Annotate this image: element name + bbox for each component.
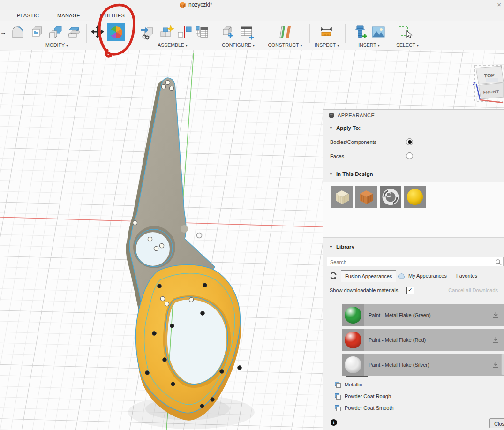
green-sphere-thumb (345, 307, 361, 324)
apply-to-header[interactable]: ▼ Apply To: (329, 125, 361, 131)
viewcube-top-face[interactable]: TOP (484, 72, 495, 78)
edge-node (181, 225, 188, 233)
insert-derive-button[interactable] (139, 23, 157, 41)
material-row[interactable]: Paint - Metal Flake (Silver) (342, 354, 504, 376)
appearance-button[interactable] (107, 23, 125, 41)
close-icon[interactable]: × (497, 1, 501, 8)
toolbar-separator (86, 24, 87, 43)
radio-faces[interactable] (406, 152, 413, 159)
panel-collapse-icon[interactable]: − (329, 113, 334, 118)
show-downloadable-checkbox[interactable]: ✓ (406, 287, 414, 294)
viewcube-x-edge (480, 100, 503, 103)
category-metallic[interactable]: Metallic (335, 379, 362, 390)
toolbar-separator (215, 24, 215, 43)
fusion-app-window: nozyczki* × PLASTIC MANAGE UTILITIES → M… (0, 0, 504, 430)
material-thumbnail (342, 329, 364, 351)
move-copy-button[interactable] (89, 23, 107, 41)
collapse-triangle-icon: ▼ (329, 245, 333, 249)
search-input[interactable] (329, 258, 495, 266)
group-configure[interactable]: CONFIGURE▾ (222, 42, 255, 48)
group-construct[interactable]: CONSTRUCT▾ (268, 42, 302, 48)
in-this-design-swatches (323, 182, 504, 237)
toolbar-overflow-arrow-icon[interactable]: → (0, 29, 6, 36)
appearance-category-icon (335, 382, 341, 388)
tab-favorites[interactable]: Favorites (452, 270, 481, 281)
close-button[interactable]: Close (489, 418, 504, 428)
combine-button[interactable] (47, 23, 65, 41)
construct-plane-button[interactable] (277, 23, 294, 41)
section-divider (323, 166, 504, 166)
group-inspect[interactable]: INSPECT▾ (315, 42, 339, 48)
group-assemble[interactable]: ASSEMBLE▾ (158, 42, 188, 48)
bom-table-button[interactable] (193, 23, 211, 41)
insert-fastener-button[interactable] (352, 23, 369, 41)
select-button[interactable] (396, 23, 414, 41)
group-select[interactable]: SELECT▾ (396, 42, 419, 48)
viewcube[interactable]: TOP FRONT Z (470, 60, 504, 106)
partial-row-edge (346, 376, 368, 377)
tab-manage[interactable]: MANAGE (57, 13, 80, 18)
document-title: nozyczki* (188, 1, 212, 8)
category-powder-coat-smooth[interactable]: Powder Coat Smooth (335, 403, 394, 413)
download-icon[interactable] (492, 336, 499, 343)
swatch-wood-orange[interactable] (355, 186, 377, 208)
ribbon-toolbar: → MODIFY▾ (0, 21, 504, 50)
toolbar-separator (309, 24, 310, 43)
info-icon[interactable]: i (331, 419, 337, 426)
tab-fusion-appearances[interactable]: Fusion Appearances (341, 270, 396, 282)
material-name: Paint - Metal Flake (Green) (369, 312, 431, 318)
panel-footer: i Close (323, 415, 504, 430)
material-row[interactable]: Paint - Metal Flake (Green) (342, 304, 504, 326)
shell-button[interactable] (28, 23, 46, 41)
fillet-button[interactable] (9, 23, 27, 41)
tabs-underline (341, 282, 489, 282)
configure-component-button[interactable] (219, 23, 237, 41)
pivot-hole[interactable] (136, 232, 170, 266)
cancel-all-downloads[interactable]: Cancel all Downloads (448, 287, 498, 293)
dropdown-caret-icon: ▾ (66, 44, 68, 48)
swatch-chrome-ring[interactable] (380, 186, 401, 208)
library-header[interactable]: ▼ Library (329, 244, 354, 249)
cloud-icon (398, 273, 406, 279)
origin-point[interactable] (197, 233, 202, 238)
appearance-panel: − APPEARANCE ▼ Apply To: Bodies/Componen… (323, 109, 504, 430)
group-insert[interactable]: INSERT▾ (358, 42, 379, 48)
measure-button[interactable] (318, 23, 336, 41)
apply-to-option-label: Bodies/Components (330, 139, 376, 145)
toolbar-separator (345, 24, 346, 43)
category-powder-coat-rough[interactable]: Powder Coat Rough (335, 391, 391, 401)
tab-plastic[interactable]: PLASTIC (17, 13, 39, 18)
dropdown-caret-icon: ▾ (337, 44, 339, 48)
collapse-triangle-icon: ▼ (329, 172, 333, 176)
material-row[interactable]: Paint - Metal Flake (Red) (342, 329, 504, 351)
new-component-button[interactable] (158, 23, 175, 41)
radio-bodies-components[interactable] (406, 138, 413, 145)
tab-utilities[interactable]: UTILITIES (100, 13, 125, 18)
ribbon-tabs: PLASTIC MANAGE UTILITIES (0, 10, 504, 21)
search-icon[interactable] (495, 259, 502, 265)
insert-image-button[interactable] (370, 23, 388, 41)
document-cube-icon (180, 2, 186, 8)
download-icon[interactable] (492, 311, 499, 318)
appearance-panel-header[interactable]: − APPEARANCE (323, 110, 504, 121)
material-name: Paint - Metal Flake (Red) (369, 337, 426, 343)
dropdown-caret-icon: ▾ (300, 44, 302, 48)
toolbar-separator (392, 24, 392, 43)
swatch-wood-light[interactable] (331, 186, 353, 208)
document-tab[interactable]: nozyczki* (180, 1, 212, 8)
in-this-design-header[interactable]: ▼ In This Design (329, 171, 373, 177)
panel-title: APPEARANCE (338, 113, 375, 118)
split-body-button[interactable] (66, 23, 83, 41)
swatch-yellow-sphere[interactable] (404, 186, 426, 208)
download-icon[interactable] (492, 361, 499, 368)
list-scrollbar-thumb[interactable] (501, 354, 504, 375)
dropdown-caret-icon: ▾ (417, 44, 419, 48)
refresh-icon[interactable] (329, 271, 338, 280)
tab-my-appearances[interactable]: My Appearances (394, 270, 451, 281)
library-search (327, 257, 504, 266)
joint-button[interactable] (175, 23, 193, 41)
material-thumbnail (342, 354, 364, 376)
red-sphere-thumb (345, 332, 361, 348)
configuration-table-button[interactable] (238, 23, 256, 41)
group-modify[interactable]: MODIFY▾ (45, 42, 68, 48)
